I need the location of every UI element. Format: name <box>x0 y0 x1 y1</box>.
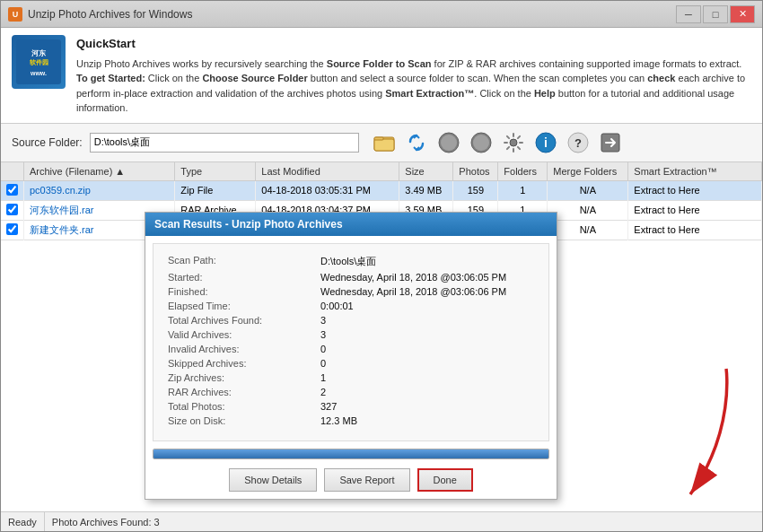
scan-field-value: 0:00:01 <box>320 301 354 311</box>
scan-field-key: Started: <box>168 272 320 283</box>
source-label: Source Folder: <box>12 136 83 149</box>
status-bar: Ready Photo Archives Found: 3 <box>1 511 762 531</box>
table-row: pc0359.cn.zip Zip File 04-18-2018 03:05:… <box>1 180 762 200</box>
scan-field-value: 3 <box>320 329 326 340</box>
content-area: Archive (Filename) ▲ Type Last Modified … <box>1 162 762 532</box>
scan-dialog-title: Scan Results - Unzip Photo Archives <box>145 213 557 236</box>
scan-field-value: 327 <box>320 401 337 412</box>
scan-field: Total Archives Found:3 <box>168 315 534 326</box>
row-size: 3.49 MB <box>399 180 453 200</box>
exit-button[interactable] <box>596 129 625 156</box>
scan-field: Zip Archives:1 <box>168 372 534 383</box>
scan-field-value: D:\tools\桌面 <box>320 255 376 268</box>
row-filename[interactable]: pc0359.cn.zip <box>24 180 175 200</box>
row-type: Zip File <box>175 180 256 200</box>
scan-field: RAR Archives:2 <box>168 387 534 397</box>
scan-progress-bar <box>153 449 549 459</box>
svg-text:i: i <box>544 135 548 150</box>
col-filename[interactable]: Archive (Filename) ▲ <box>24 162 175 181</box>
scan-field-key: Scan Path: <box>168 255 320 268</box>
source-folder-bar: Source Folder: i ? <box>1 124 762 162</box>
scan-results-dialog: Scan Results - Unzip Photo Archives Scan… <box>145 212 557 500</box>
choose-folder-button[interactable] <box>370 129 399 156</box>
scan-field-key: Skipped Archives: <box>168 358 320 369</box>
header-description: QuickStart Unzip Photo Archives works by… <box>76 35 751 116</box>
svg-point-8 <box>441 135 457 151</box>
title-bar: U Unzip Photo Archives for Windows ─ □ ✕ <box>1 1 762 28</box>
extract-button-1[interactable] <box>434 129 463 156</box>
source-folder-input[interactable] <box>90 133 359 153</box>
scan-field: Finished:Wednesday, April 18, 2018 @03:0… <box>168 286 534 297</box>
refresh-button[interactable] <box>402 129 431 156</box>
minimize-button[interactable]: ─ <box>676 5 701 23</box>
save-report-button[interactable]: Save Report <box>324 468 409 492</box>
scan-field-key: Zip Archives: <box>168 372 320 383</box>
scan-field-key: Finished: <box>168 286 320 297</box>
scan-field-value: 12.3 MB <box>320 415 357 426</box>
scan-field-value: Wednesday, April 18, 2018 @03:06:06 PM <box>320 286 506 297</box>
col-folders[interactable]: Folders <box>498 162 548 181</box>
scan-field: Total Photos:327 <box>168 401 534 412</box>
row-smart[interactable]: Extract to Here <box>628 180 762 200</box>
scan-progress-fill <box>153 449 548 458</box>
window-controls: ─ □ ✕ <box>676 5 755 23</box>
scan-field-key: Total Photos: <box>168 401 320 412</box>
toolbar: i ? <box>370 129 625 156</box>
row-merge: N/A <box>548 220 628 240</box>
row-photos: 159 <box>453 180 498 200</box>
scan-field: Size on Disk:12.3 MB <box>168 415 534 426</box>
scan-dialog-buttons: Show Details Save Report Done <box>145 463 557 499</box>
svg-text:河东: 河东 <box>31 48 47 57</box>
info-button[interactable]: i <box>531 129 560 156</box>
scan-field-value: 0 <box>320 358 326 369</box>
scan-field: Elapsed Time:0:00:01 <box>168 301 534 311</box>
extract-button-2[interactable] <box>467 129 496 156</box>
show-details-button[interactable]: Show Details <box>229 468 317 492</box>
svg-point-10 <box>473 135 489 151</box>
row-folders: 1 <box>498 180 548 200</box>
svg-text:www.: www. <box>30 70 47 76</box>
scan-field-key: Total Archives Found: <box>168 315 320 326</box>
scan-field-value: 0 <box>320 344 326 354</box>
svg-text:软件园: 软件园 <box>29 58 48 65</box>
scan-field-key: Valid Archives: <box>168 329 320 340</box>
row-smart[interactable]: Extract to Here <box>628 220 762 240</box>
window-title: Unzip Photo Archives for Windows <box>28 8 676 21</box>
col-type[interactable]: Type <box>175 162 256 181</box>
svg-point-11 <box>510 139 517 146</box>
scan-dialog-body: Scan Path:D:\tools\桌面Started:Wednesday, … <box>153 243 549 441</box>
scan-field-value: 3 <box>320 315 326 326</box>
red-arrow-indicator <box>636 360 744 524</box>
scan-field: Scan Path:D:\tools\桌面 <box>168 255 534 268</box>
description-text: Unzip Photo Archives works by recursivel… <box>76 57 751 116</box>
col-size[interactable]: Size <box>399 162 453 181</box>
scan-field-value: Wednesday, April 18, 2018 @03:06:05 PM <box>320 272 506 283</box>
col-merge[interactable]: Merge Folders <box>548 162 628 181</box>
scan-field: Valid Archives:3 <box>168 329 534 340</box>
help-button[interactable]: ? <box>564 129 592 156</box>
row-checkbox[interactable] <box>1 180 24 200</box>
settings-button[interactable] <box>499 129 528 156</box>
maximize-button[interactable]: □ <box>703 5 728 23</box>
scan-field: Skipped Archives:0 <box>168 358 534 369</box>
close-button[interactable]: ✕ <box>730 5 755 23</box>
app-icon: U <box>8 7 22 22</box>
scan-field-value: 1 <box>320 372 326 383</box>
row-modified: 04-18-2018 03:05:31 PM <box>256 180 399 200</box>
row-merge: N/A <box>548 200 628 220</box>
scan-field-key: RAR Archives: <box>168 387 320 397</box>
done-button[interactable]: Done <box>417 468 473 492</box>
scan-field-key: Invalid Archives: <box>168 344 320 354</box>
col-smart[interactable]: Smart Extraction™ <box>628 162 762 181</box>
scan-field-key: Elapsed Time: <box>168 301 320 311</box>
scan-field-value: 2 <box>320 387 326 397</box>
row-checkbox[interactable] <box>1 220 24 240</box>
col-photos[interactable]: Photos <box>453 162 498 181</box>
svg-rect-5 <box>374 139 394 151</box>
status-ready: Ready <box>1 512 45 531</box>
scan-field-key: Size on Disk: <box>168 415 320 426</box>
row-checkbox[interactable] <box>1 200 24 220</box>
row-smart[interactable]: Extract to Here <box>628 200 762 220</box>
row-merge: N/A <box>548 180 628 200</box>
col-modified[interactable]: Last Modified <box>256 162 399 181</box>
